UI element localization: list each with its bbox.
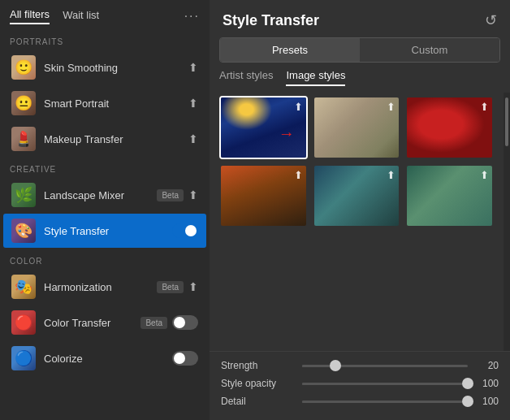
- slider-row-detail: Detail 100: [221, 396, 499, 407]
- grid-item-5[interactable]: ⬆: [405, 164, 494, 227]
- thumb-makeup-transfer: 💄: [11, 127, 36, 151]
- thumb-harmonization: 🎭: [11, 275, 36, 299]
- toggle-color-transfer[interactable]: [172, 315, 198, 330]
- grid-scroll-thumb: [505, 97, 508, 146]
- reset-button[interactable]: ↺: [485, 11, 497, 29]
- image-grid: ⬆ → ⬆ ⬆ ⬆ ⬆: [210, 93, 504, 351]
- sidebar: All filters Wait list ··· PORTRAITS 🙂 Sk…: [0, 0, 210, 420]
- badge-color-transfer: Beta: [140, 317, 167, 329]
- more-menu-button[interactable]: ···: [184, 9, 200, 24]
- cloud-icon-skin-smoothing[interactable]: ⬆: [188, 61, 198, 74]
- slider-track-style-opacity[interactable]: [302, 383, 468, 385]
- badge-landscape-mixer: Beta: [157, 189, 184, 201]
- thumb-color-transfer: 🔴: [11, 310, 36, 335]
- filter-name-smart-portrait: Smart Portrait: [44, 97, 188, 110]
- filter-item-harmonization[interactable]: 🎭 Harmonization Beta ⬆: [3, 270, 206, 304]
- grid-item-3[interactable]: ⬆: [219, 164, 308, 227]
- slider-track-strength[interactable]: [302, 365, 468, 367]
- badge-harmonization: Beta: [157, 281, 184, 293]
- cloud-icon-landscape-mixer[interactable]: ⬆: [188, 188, 198, 201]
- cloud-icon-grid-1: ⬆: [387, 101, 395, 113]
- filter-item-color-transfer[interactable]: 🔴 Color Transfer Beta: [3, 305, 206, 340]
- section-creative: CREATIVE: [0, 157, 210, 177]
- filter-name-harmonization: Harmonization: [44, 281, 157, 293]
- preset-tab-custom[interactable]: Custom: [360, 38, 499, 62]
- section-portraits: PORTRAITS: [0, 29, 210, 50]
- cloud-icon-harmonization[interactable]: ⬆: [188, 280, 198, 293]
- grid-item-4[interactable]: ⬆: [313, 164, 401, 227]
- tab-wait-list[interactable]: Wait list: [63, 9, 99, 24]
- filter-item-makeup-transfer[interactable]: 💄 Makeup Transfer ⬆: [3, 122, 206, 156]
- cloud-icon-grid-0: ⬆: [294, 101, 303, 113]
- thumb-landscape-mixer: 🌿: [11, 183, 36, 207]
- slider-value-detail: 100: [476, 396, 499, 407]
- grid-item-2[interactable]: ⬆: [405, 96, 494, 159]
- filter-name-style-transfer: Style Transfer: [44, 225, 172, 237]
- filter-name-colorize: Colorize: [44, 353, 172, 365]
- toggle-colorize[interactable]: [172, 351, 198, 366]
- cloud-icon-makeup-transfer[interactable]: ⬆: [188, 132, 198, 145]
- panel-header: Style Transfer ↺: [210, 0, 510, 37]
- slider-row-strength: Strength 20: [221, 360, 499, 371]
- sliders-section: Strength 20 Style opacity 100 Detail 100: [210, 351, 510, 420]
- sidebar-header: All filters Wait list ···: [0, 0, 210, 29]
- grid-item-0[interactable]: ⬆ →: [219, 96, 308, 159]
- filter-name-landscape-mixer: Landscape Mixer: [44, 189, 157, 201]
- preset-tab-presets[interactable]: Presets: [220, 38, 360, 62]
- style-tabs: Artist styles Image styles: [210, 69, 510, 86]
- slider-label-strength: Strength: [221, 360, 294, 371]
- filter-item-style-transfer[interactable]: 🎨 Style Transfer: [3, 214, 206, 248]
- slider-track-detail[interactable]: [302, 401, 468, 403]
- thumb-skin-smoothing: 🙂: [11, 55, 36, 80]
- style-tab-artist[interactable]: Artist styles: [219, 69, 273, 86]
- filter-name-makeup-transfer: Makeup Transfer: [44, 133, 188, 145]
- preset-tabs: Presets Custom: [219, 37, 500, 63]
- filter-item-colorize[interactable]: 🔵 Colorize: [3, 341, 206, 375]
- cloud-icon-grid-3: ⬆: [294, 169, 303, 181]
- panel-title: Style Transfer: [223, 12, 319, 29]
- toggle-style-transfer[interactable]: [172, 223, 198, 238]
- cloud-icon-grid-2: ⬆: [480, 101, 489, 113]
- slider-label-style-opacity: Style opacity: [221, 378, 294, 389]
- grid-item-1[interactable]: ⬆: [313, 96, 401, 159]
- thumb-smart-portrait: 😐: [11, 91, 36, 115]
- cloud-icon-grid-4: ⬆: [387, 169, 395, 181]
- thumb-style-transfer: 🎨: [11, 219, 36, 243]
- thumb-colorize: 🔵: [11, 346, 36, 370]
- image-grid-wrapper: ⬆ → ⬆ ⬆ ⬆ ⬆: [210, 93, 510, 351]
- slider-thumb-strength[interactable]: [330, 360, 341, 371]
- filter-item-smart-portrait[interactable]: 😐 Smart Portrait ⬆: [3, 86, 206, 120]
- style-tab-image[interactable]: Image styles: [286, 69, 345, 86]
- main-panel: Style Transfer ↺ Presets Custom Artist s…: [210, 0, 510, 420]
- cloud-icon-grid-5: ⬆: [480, 169, 489, 181]
- filter-item-landscape-mixer[interactable]: 🌿 Landscape Mixer Beta ⬆: [3, 178, 206, 212]
- cloud-icon-smart-portrait[interactable]: ⬆: [188, 97, 198, 110]
- slider-thumb-style-opacity[interactable]: [462, 378, 473, 389]
- section-color: COLOR: [0, 249, 210, 269]
- slider-row-style-opacity: Style opacity 100: [221, 378, 499, 389]
- grid-scrollbar[interactable]: [504, 93, 510, 351]
- slider-value-style-opacity: 100: [476, 378, 499, 389]
- slider-thumb-detail[interactable]: [462, 396, 473, 407]
- slider-label-detail: Detail: [221, 396, 294, 407]
- filter-item-skin-smoothing[interactable]: 🙂 Skin Smoothing ⬆: [3, 50, 206, 84]
- tab-all-filters[interactable]: All filters: [10, 8, 50, 24]
- filter-name-color-transfer: Color Transfer: [44, 317, 140, 329]
- slider-value-strength: 20: [476, 360, 499, 371]
- filter-name-skin-smoothing: Skin Smoothing: [44, 62, 188, 74]
